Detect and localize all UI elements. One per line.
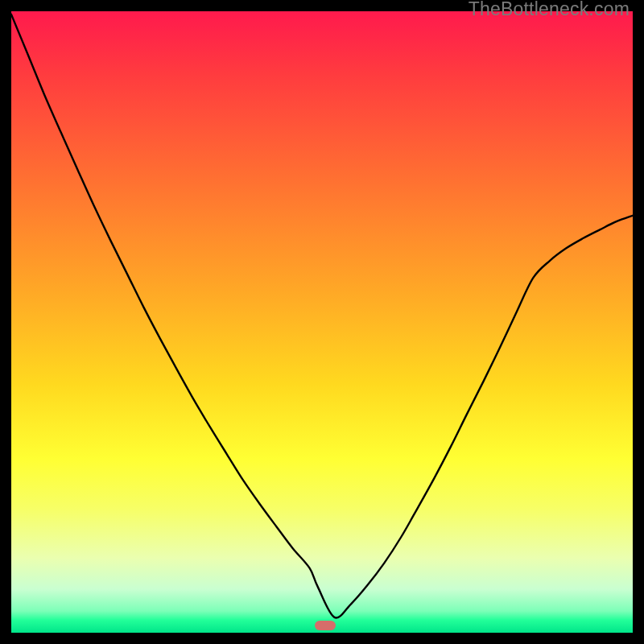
optimal-marker — [315, 621, 336, 630]
plot-area — [11, 11, 633, 633]
chart-frame: TheBottleneck.com — [0, 0, 644, 644]
watermark-text: TheBottleneck.com — [469, 0, 630, 20]
bottleneck-curve — [11, 11, 633, 633]
